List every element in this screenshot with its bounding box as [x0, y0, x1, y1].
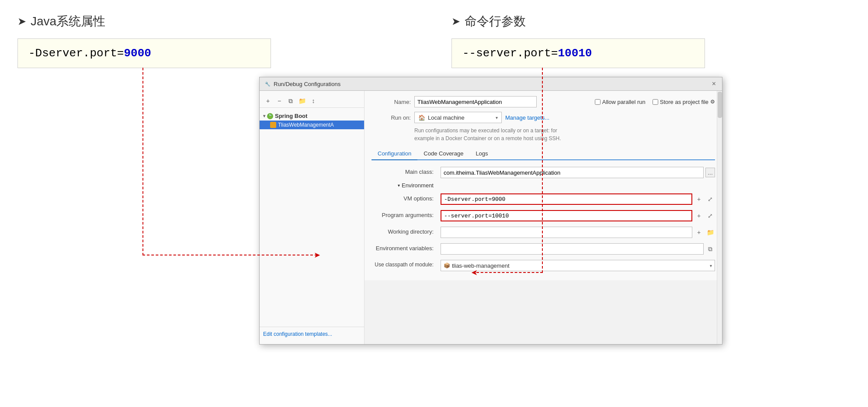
left-code-value: 9000	[124, 47, 151, 60]
vm-options-label: VM options:	[372, 193, 437, 202]
env-vars-input-wrapper: ⧉	[441, 243, 715, 255]
edit-templates-link[interactable]: Edit configuration templates...	[263, 331, 332, 337]
store-project-checkbox[interactable]: Store as project file ⚙	[653, 99, 715, 105]
top-right-options: Allow parallel run Store as project file…	[595, 99, 715, 105]
vm-options-expand-button[interactable]: +	[694, 194, 704, 204]
right-heading: 命令行参数	[451, 13, 851, 30]
sidebar-tree: ▾ 🍃 Spring Boot TliasWebManagementA	[260, 110, 364, 327]
classpath-select[interactable]: 📦 tlias-web-management ▾	[441, 260, 715, 271]
env-vars-row: Environment variables: ⧉	[372, 242, 715, 256]
spring-boot-label: Spring Boot	[275, 113, 307, 119]
working-dir-add-button[interactable]: +	[694, 228, 704, 237]
main-class-input[interactable]	[441, 167, 704, 178]
hint-line1: Run configurations may be executed local…	[414, 128, 557, 134]
sort-config-button[interactable]: ↕	[309, 96, 318, 106]
main-class-label: Main class:	[372, 167, 437, 175]
hint-text: Run configurations may be executed local…	[414, 127, 715, 142]
annotation-right: 命令行参数 --server.port=10010	[434, 13, 851, 68]
env-vars-copy-button[interactable]: ⧉	[705, 244, 715, 254]
sidebar-footer: Edit configuration templates...	[260, 327, 364, 341]
gear-icon: ⚙	[710, 99, 715, 105]
close-button[interactable]: ×	[710, 80, 718, 88]
allow-parallel-check[interactable]	[595, 99, 601, 105]
top-annotations: Java系统属性 -Dserver.port=9000 命令行参数 --serv…	[0, 0, 868, 77]
dropdown-arrow-icon: ▾	[496, 115, 498, 120]
vm-options-resize-button[interactable]: ⤢	[705, 194, 715, 204]
home-icon: 🏠	[418, 114, 425, 121]
manage-targets-link[interactable]: Manage targets...	[505, 114, 549, 121]
run-debug-dialog: 🔧 Run/Debug Configurations × + − ⧉ 📁 ↕	[259, 77, 722, 345]
classpath-value: tlias-web-management	[452, 262, 510, 269]
category-arrow: ▾	[263, 114, 265, 118]
environment-label: Environment	[402, 182, 434, 189]
vm-options-input-wrapper: + ⤢	[441, 193, 715, 205]
program-args-row: Program arguments: + ⤢	[372, 209, 715, 223]
spring-boot-icon: 🍃	[267, 113, 273, 119]
program-args-expand-button[interactable]: +	[694, 211, 704, 221]
vm-options-input[interactable]	[441, 193, 692, 205]
working-dir-row: Working directory: + 📁	[372, 225, 715, 239]
left-code-prefix: -Dserver.port=	[28, 47, 124, 60]
dialog-titlebar: 🔧 Run/Debug Configurations ×	[260, 77, 722, 91]
working-dir-folder-button[interactable]: 📁	[705, 228, 715, 237]
allow-parallel-label: Allow parallel run	[602, 99, 646, 105]
right-code-value: 10010	[558, 47, 592, 60]
spring-boot-category[interactable]: ▾ 🍃 Spring Boot	[260, 111, 364, 121]
annotation-left: Java系统属性 -Dserver.port=9000	[17, 13, 434, 68]
working-dir-input-wrapper: + 📁	[441, 227, 715, 238]
allow-parallel-checkbox[interactable]: Allow parallel run	[595, 99, 646, 105]
env-vars-label: Environment variables:	[372, 243, 437, 252]
copy-config-button[interactable]: ⧉	[286, 96, 295, 106]
tab-configuration[interactable]: Configuration	[372, 148, 417, 160]
program-args-input-wrapper: + ⤢	[441, 210, 715, 221]
classpath-input-wrapper: 📦 tlias-web-management ▾	[441, 260, 715, 271]
dialog-tabs: Configuration Code Coverage Logs	[372, 148, 715, 160]
working-dir-input[interactable]	[441, 227, 692, 238]
app-icon	[270, 122, 276, 128]
config-section: Main class: ... ▾ Environment	[372, 166, 715, 272]
classpath-label: Use classpath of module:	[372, 260, 437, 268]
dialog-title: 🔧 Run/Debug Configurations	[264, 80, 340, 87]
store-project-check[interactable]	[653, 99, 658, 105]
program-args-input[interactable]	[441, 210, 692, 221]
program-args-resize-button[interactable]: ⤢	[705, 211, 715, 221]
main-class-row: Main class: ...	[372, 166, 715, 179]
dialog-body: + − ⧉ 📁 ↕ ▾ 🍃 Spring Boot	[260, 91, 722, 344]
dialog-title-text: Run/Debug Configurations	[274, 81, 340, 87]
intellij-icon: 🔧	[264, 80, 271, 87]
dialog-content-area: Name: Allow parallel run Store as projec…	[365, 91, 722, 344]
sidebar-toolbar: + − ⧉ 📁 ↕	[260, 94, 364, 108]
page-wrapper: Java系统属性 -Dserver.port=9000 命令行参数 --serv…	[0, 0, 868, 407]
env-vars-input[interactable]	[441, 243, 704, 255]
tab-code-coverage[interactable]: Code Coverage	[417, 148, 469, 159]
hint-line2: example in a Docker Container or on a re…	[414, 135, 561, 141]
name-label: Name:	[372, 99, 411, 105]
right-code-box: --server.port=10010	[451, 38, 705, 68]
run-on-label: Run on:	[372, 114, 411, 121]
remove-config-button[interactable]: −	[274, 96, 284, 106]
classpath-module-icon: 📦	[444, 262, 450, 269]
main-content: 🔧 Run/Debug Configurations × + − ⧉ 📁 ↕	[0, 77, 868, 345]
name-row: Name: Allow parallel run Store as projec…	[372, 96, 715, 107]
vm-options-row: VM options: + ⤢	[372, 192, 715, 206]
program-args-label: Program arguments:	[372, 210, 437, 218]
scrollbar[interactable]	[717, 91, 722, 344]
left-code-box: -Dserver.port=9000	[17, 38, 271, 68]
run-on-row: Run on: 🏠 Local machine ▾ Manage targets…	[372, 112, 715, 123]
add-config-button[interactable]: +	[263, 96, 273, 106]
app-tree-label: TliasWebManagementA	[278, 122, 334, 128]
folder-config-button[interactable]: 📁	[297, 96, 307, 106]
run-on-select[interactable]: 🏠 Local machine ▾	[414, 112, 502, 123]
classpath-dropdown-arrow-icon: ▾	[710, 263, 712, 268]
environment-section-header[interactable]: ▾ Environment	[398, 182, 715, 189]
env-arrow-icon: ▾	[398, 183, 400, 188]
tab-logs[interactable]: Logs	[469, 148, 494, 159]
name-input[interactable]	[414, 96, 537, 107]
left-heading: Java系统属性	[17, 13, 417, 30]
scrollbar-thumb	[718, 92, 722, 118]
dialog-panel: Name: Allow parallel run Store as projec…	[365, 91, 722, 280]
main-class-browse-button[interactable]: ...	[705, 168, 715, 177]
right-code-prefix: --server.port=	[462, 47, 558, 60]
app-tree-item[interactable]: TliasWebManagementA	[260, 121, 364, 129]
run-on-value: Local machine	[428, 114, 465, 121]
